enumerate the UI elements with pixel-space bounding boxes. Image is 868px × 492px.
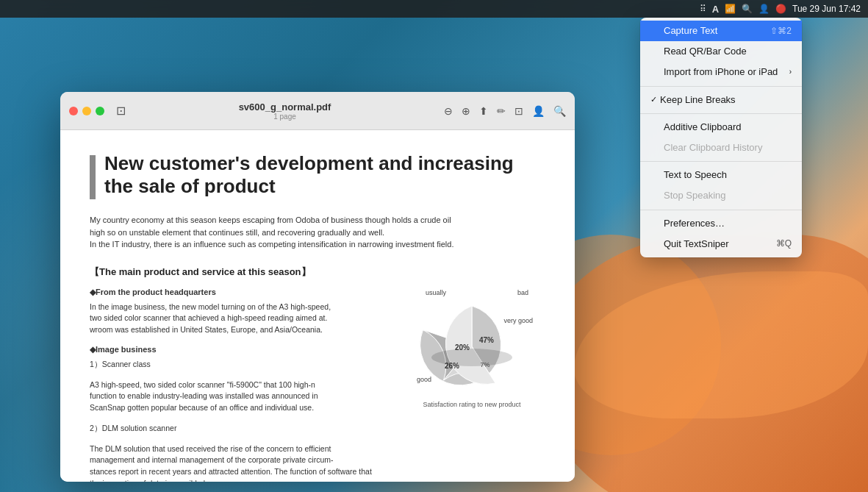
menu-item-preferences[interactable]: Preferences… [640,213,802,234]
toolbar-icons: ⊖ ⊕ ⬆ ✏ ⊡ 👤 🔍 [444,105,566,117]
separator-separator4 [640,210,802,210]
menu-label-quit: Quit TextSniper [664,238,776,251]
window-filename: sv600_g_normal.pdf [239,101,331,113]
check-mark-keep-line: ✓ [650,94,657,105]
alert-menu-icon[interactable]: 🔴 [775,4,786,14]
pdf-body-text: My country economy at this season keeps … [90,214,545,251]
bad-label: bad [517,289,528,296]
person-menu-icon[interactable]: 👤 [758,4,770,14]
pdf-content-row: ◆From the product headquarters In the im… [90,288,545,482]
pdf-content: New customer's development and increasin… [60,130,575,482]
menu-label-preferences: Preferences… [664,217,792,230]
pdf-title-block: New customer's development and increasin… [90,152,545,199]
menubar-datetime: Tue 29 Jun 17:42 [792,4,861,14]
close-button[interactable] [69,107,78,115]
menu-item-capture-text[interactable]: Capture Text⇧⌘2 [640,21,802,41]
text-menu-icon[interactable]: A [712,4,719,15]
dlm-text: The DLM solution that used received the … [90,443,384,482]
subsection1-text: In the image business, the new model tur… [90,302,384,336]
menu-item-text-to-speech[interactable]: Text to Speech [640,165,802,185]
very-good-label: very good [503,317,533,324]
maximize-button[interactable] [96,107,104,115]
scanner-class-text: A3 high-speed, two sided color scanner "… [90,379,384,414]
separator-separator3 [640,161,802,162]
subsection1-label: ◆From the product headquarters [90,288,384,297]
menu-item-read-qr[interactable]: Read QR/Bar Code [640,41,802,62]
annotate-icon[interactable]: ✏ [497,105,506,117]
chart-caption: Satisfaction rating to new product [423,401,520,408]
usually-label: usually [426,289,446,296]
grid-menu-icon[interactable]: ⠿ [700,4,706,14]
zoom-in-icon[interactable]: ⊕ [462,105,470,117]
separator-separator1 [640,86,802,87]
markup-icon[interactable]: 👤 [532,105,545,117]
window-page-count: 1 page [273,113,296,121]
pdf-text-column: ◆From the product headquarters In the im… [90,288,384,482]
search-menu-icon[interactable]: 🔍 [742,4,753,14]
scanner-class-label: 1）Scanner class [90,359,384,371]
menu-item-quit[interactable]: Quit TextSniper⌘Q [640,234,802,254]
submenu-arrow-import-iphone: › [789,67,792,77]
menu-label-read-qr: Read QR/Bar Code [664,45,792,58]
shortcut-capture-text: ⇧⌘2 [770,25,792,38]
wifi-menu-icon[interactable]: 📶 [725,4,736,14]
pdf-window: ⊡ sv600_g_normal.pdf 1 page ⊖ ⊕ ⬆ ✏ ⊡ 👤 … [60,92,575,482]
menu-label-stop-speaking: Stop Speaking [664,189,792,202]
rotate-icon[interactable]: ⊡ [514,105,523,117]
menubar-right-area: ⠿ A 📶 🔍 👤 🔴 Tue 29 Jun 17:42 [700,4,861,15]
pdf-title-bar-decoration [90,155,96,199]
shortcut-quit: ⌘Q [776,238,792,250]
separator-separator2 [640,113,802,114]
menu-item-clear-clipboard: Clear Clipboard History [640,138,802,158]
menu-label-clear-clipboard: Clear Clipboard History [664,141,792,154]
pie-label-usually-pct: 20% [455,343,470,352]
window-title-area: sv600_g_normal.pdf 1 page [132,101,438,121]
pie-shadow [431,349,512,366]
good-label: good [417,376,431,383]
pdf-chart-column: 47% 26% 20% 7% usually bad very good goo… [398,288,545,482]
pie-label-bad-pct: 7% [480,361,489,368]
share-icon[interactable]: ⬆ [479,105,488,117]
dlm-label: 2）DLM solution scanner [90,423,384,435]
subsection2-label: ◆Image business [90,345,384,354]
zoom-out-icon[interactable]: ⊖ [444,105,453,117]
menu-item-import-iphone[interactable]: Import from iPhone or iPad› [640,62,802,82]
menu-label-import-iphone: Import from iPhone or iPad [664,65,789,79]
menu-item-keep-line[interactable]: ✓Keep Line Breaks [640,90,802,110]
minimize-button[interactable] [82,107,91,115]
pdf-section-header: 【The main product and service at this se… [90,265,545,279]
context-menu: Capture Text⇧⌘2Read QR/Bar CodeImport fr… [640,18,802,257]
menu-bar: ⠿ A 📶 🔍 👤 🔴 Tue 29 Jun 17:42 [0,0,868,18]
search-doc-icon[interactable]: 🔍 [553,105,566,117]
window-titlebar: ⊡ sv600_g_normal.pdf 1 page ⊖ ⊕ ⬆ ✏ ⊡ 👤 … [60,92,575,130]
pie-label-very-good-pct: 47% [479,336,494,344]
pdf-title-text: New customer's development and increasin… [104,152,545,198]
menu-label-additive-clipboard: Additive Clipboard [664,121,792,134]
sidebar-toggle-icon[interactable]: ⊡ [116,104,126,118]
menu-label-text-to-speech: Text to Speech [664,168,792,182]
menu-label-capture-text: Capture Text [664,24,770,38]
menu-item-additive-clipboard[interactable]: Additive Clipboard [640,117,802,138]
menu-item-stop-speaking: Stop Speaking [640,185,802,206]
traffic-lights [69,107,104,115]
pie-chart: 47% 26% 20% 7% usually bad very good goo… [409,288,534,398]
menu-label-keep-line: Keep Line Breaks [660,93,792,107]
pie-label-good-pct: 26% [445,362,459,370]
